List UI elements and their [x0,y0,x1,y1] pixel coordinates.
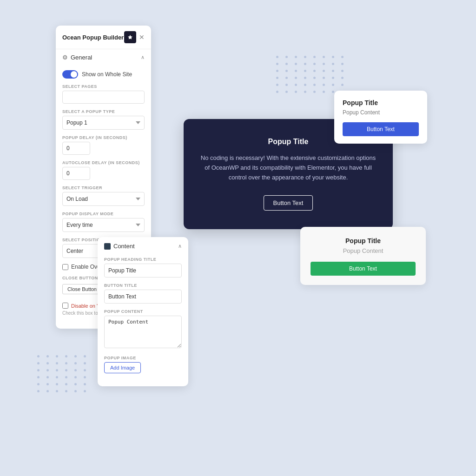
popup-heading-title-input[interactable] [104,264,182,278]
content-section-title: Content [104,243,135,250]
popup-display-mode-select[interactable]: Every time Once Session [62,218,145,232]
select-trigger-select[interactable]: On Load On Click On Exit [62,192,145,206]
popup-white-br-title: Popup Title [311,237,416,245]
popup-heading-title-label: POPUP HEADING TITLE [104,257,182,262]
content-panel: Content ∧ POPUP HEADING TITLE BUTTON TIT… [98,237,188,386]
show-on-whole-site-toggle[interactable] [62,70,78,79]
popup-white-br-content: Popup Content [311,247,416,254]
popup-delay-group: POPUP DELAY (IN SECONDS) [62,135,145,155]
enable-overlay-checkbox[interactable] [62,264,68,270]
gear-icon: ⚙ [62,54,68,61]
button-title-group: BUTTON TITLE [104,283,182,304]
panel-close-button[interactable]: ✕ [139,34,145,40]
general-section-header[interactable]: ⚙ General ∧ [56,49,151,66]
autoclose-delay-group: AUTOCLOSE DELAY (IN SECONDS) [62,160,145,180]
general-section-title: ⚙ General [62,54,92,61]
panel-title: Ocean Popup Builder [62,34,124,41]
popup-image-label: POPUP IMAGE [104,356,182,360]
panel-header-icons: ✕ [124,31,145,43]
popup-dark-button[interactable]: Button Text [264,195,313,211]
toggle-label: Show on Whole Site [82,71,132,78]
popup-type-group: SELECT A POPUP TYPE Popup 1 Popup 2 Popu… [62,109,145,130]
close-button-preview[interactable]: Close Button [62,284,102,294]
popup-content-group: POPUP CONTENT Popup Content [104,309,182,350]
popup-display-mode-group: POPUP DISPLAY MODE Every time Once Sessi… [62,212,145,232]
autoclose-delay-input[interactable] [62,167,90,180]
popup-white-br-button[interactable]: Button Text [311,262,416,276]
popup-white-tr-button[interactable]: Button Text [343,122,419,136]
dot-pattern-bottom-left: (function(){ const container = document.… [37,355,88,392]
button-title-label: BUTTON TITLE [104,283,182,288]
dot-pattern-top-right: (function(){ const container = document.… [276,56,346,93]
select-pages-group: Select Pages [62,84,145,104]
content-icon [104,243,111,250]
panel-header: Ocean Popup Builder ✕ [56,26,151,49]
popup-delay-input[interactable] [62,142,90,155]
content-chevron-up-icon: ∧ [178,243,182,249]
popup-white-tr-content: Popup Content [343,109,419,116]
add-image-button[interactable]: Add Image [104,362,141,373]
popup-content-textarea[interactable]: Popup Content [104,316,182,348]
select-pages-label: Select Pages [62,84,145,89]
popup-white-tr-preview: Popup Title Popup Content Button Text [334,91,427,144]
popup-dark-content: No coding is necessary! With the extensi… [200,153,376,182]
select-trigger-label: SELECT TRIGGER [62,185,145,190]
popup-type-label: SELECT A POPUP TYPE [62,109,145,114]
show-on-whole-site-toggle-row: Show on Whole Site [62,68,145,79]
popup-white-tr-title: Popup Title [343,99,419,106]
autoclose-delay-label: AUTOCLOSE DELAY (IN SECONDS) [62,160,145,165]
disable-on-checkbox[interactable] [62,303,68,309]
popup-content-label: POPUP CONTENT [104,309,182,314]
popup-display-mode-label: POPUP DISPLAY MODE [62,212,145,216]
button-title-input[interactable] [104,290,182,304]
popup-heading-title-group: POPUP HEADING TITLE [104,257,182,278]
star-button[interactable] [124,31,136,43]
popup-white-br-preview: Popup Title Popup Content Button Text [300,227,426,285]
popup-image-group: POPUP IMAGE Add Image [104,356,182,373]
content-panel-body: POPUP HEADING TITLE BUTTON TITLE POPUP C… [98,254,188,386]
popup-delay-label: POPUP DELAY (IN SECONDS) [62,135,145,140]
content-section-header[interactable]: Content ∧ [98,237,188,254]
disable-on-label: Disable on " [71,303,99,309]
select-trigger-group: SELECT TRIGGER On Load On Click On Exit [62,185,145,206]
select-pages-input[interactable] [62,91,145,104]
popup-type-select[interactable]: Popup 1 Popup 2 Popup 3 [62,116,145,130]
chevron-up-icon: ∧ [141,54,145,60]
